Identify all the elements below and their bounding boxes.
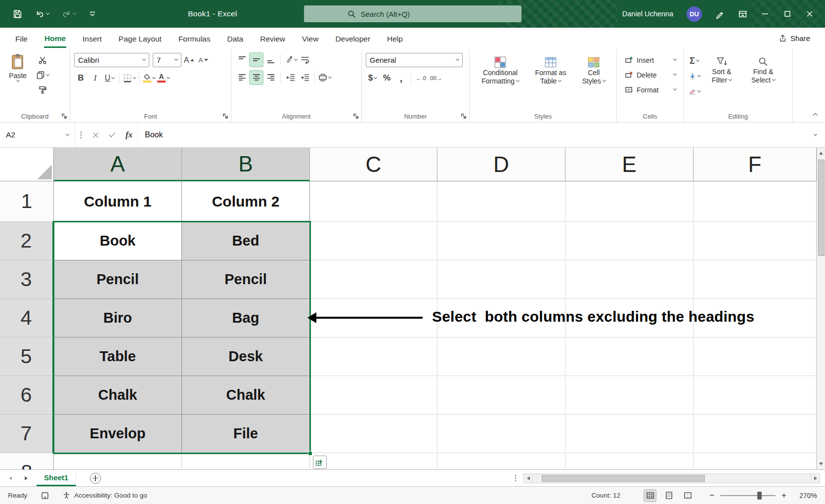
user-avatar[interactable]: DU — [687, 6, 702, 22]
insert-function-icon[interactable]: fx — [121, 126, 137, 143]
font-dialog-launcher-icon[interactable] — [222, 113, 228, 119]
sort-filter-button[interactable]: Sort & Filter — [701, 53, 742, 98]
row-header-8[interactable]: 8 — [0, 453, 54, 469]
accounting-format-icon[interactable]: $ — [366, 71, 379, 85]
tab-help[interactable]: Help — [379, 28, 411, 49]
tab-page-layout[interactable]: Page Layout — [110, 28, 170, 49]
cell-B5[interactable]: Desk — [182, 337, 310, 376]
number-dialog-launcher-icon[interactable] — [461, 113, 467, 119]
quick-analysis-button[interactable] — [313, 456, 327, 469]
align-bottom-icon[interactable] — [264, 53, 277, 67]
cut-icon[interactable] — [36, 53, 49, 67]
conditional-formatting-button[interactable]: Conditional Formatting — [481, 53, 519, 85]
row-header-2[interactable]: 2 — [0, 222, 54, 260]
user-name[interactable]: Daniel Uchenna — [622, 10, 673, 18]
cell-styles-button[interactable]: Cell Styles — [582, 53, 606, 85]
align-top-icon[interactable] — [235, 53, 249, 67]
cell-A1[interactable]: Column 1 — [54, 181, 182, 222]
formula-bar-drag-handle[interactable] — [80, 131, 82, 139]
column-header-B[interactable]: B — [182, 148, 310, 181]
cell-D8[interactable] — [437, 453, 565, 469]
merge-center-icon[interactable] — [318, 71, 331, 84]
tab-developer[interactable]: Developer — [327, 28, 379, 49]
vertical-scroll-thumb[interactable] — [818, 160, 825, 256]
undo-icon[interactable] — [35, 9, 49, 18]
page-layout-view-icon[interactable] — [663, 490, 675, 502]
row-header-3[interactable]: 3 — [0, 260, 54, 299]
redo-icon[interactable] — [62, 9, 76, 18]
cell-F3[interactable] — [694, 260, 817, 299]
paste-dropdown-icon[interactable] — [16, 79, 19, 82]
vertical-scrollbar[interactable] — [817, 148, 825, 469]
horizontal-scrollbar[interactable] — [523, 473, 820, 483]
scroll-down-icon[interactable] — [817, 459, 825, 469]
page-break-view-icon[interactable] — [682, 490, 694, 502]
cell-F8[interactable] — [694, 453, 817, 469]
row-header-6[interactable]: 6 — [0, 376, 54, 415]
fill-color-icon[interactable] — [142, 71, 156, 85]
cell-A5[interactable]: Table — [54, 337, 182, 376]
cell-E6[interactable] — [565, 376, 694, 415]
number-format-select[interactable]: General — [366, 53, 463, 67]
align-left-icon[interactable] — [235, 71, 249, 84]
increase-font-size-button[interactable]: A — [182, 53, 196, 67]
zoom-out-button[interactable]: − — [709, 491, 714, 501]
decrease-decimal-icon[interactable]: .00→ — [429, 71, 442, 85]
cell-B4[interactable]: Bag — [182, 299, 310, 337]
column-header-C[interactable]: C — [310, 148, 437, 181]
cell-F6[interactable] — [694, 376, 817, 415]
cell-A6[interactable]: Chalk — [54, 376, 182, 415]
align-right-icon[interactable] — [264, 71, 277, 84]
cell-D7[interactable] — [437, 415, 565, 453]
find-select-button[interactable]: Find & Select — [742, 53, 784, 98]
cell-C3[interactable] — [310, 260, 437, 299]
share-button[interactable]: Share — [774, 28, 825, 49]
cell-B7[interactable]: File — [182, 415, 310, 453]
cell-A3[interactable]: Pencil — [54, 260, 182, 299]
format-cells-button[interactable]: Format — [621, 83, 680, 96]
paste-button[interactable]: Paste — [4, 52, 32, 97]
horizontal-scroll-thumb[interactable] — [542, 475, 705, 482]
underline-button[interactable]: U — [103, 71, 116, 85]
search-box[interactable]: Search (Alt+Q) — [304, 5, 521, 22]
sheet-tab-sheet1[interactable]: Sheet1 — [37, 470, 76, 486]
scroll-left-icon[interactable] — [523, 473, 533, 483]
name-box[interactable]: A2 — [0, 123, 75, 147]
copy-dropdown-icon[interactable] — [45, 72, 49, 76]
cell-A8[interactable] — [54, 453, 182, 469]
tab-home[interactable]: Home — [36, 28, 74, 49]
formula-input[interactable]: Book — [137, 123, 805, 147]
cell-D2[interactable] — [437, 222, 565, 260]
cell-B2[interactable]: Bed — [182, 222, 310, 260]
normal-view-icon[interactable] — [644, 490, 656, 502]
undo-dropdown-icon[interactable] — [46, 11, 49, 14]
percent-style-icon[interactable]: % — [380, 71, 393, 85]
clipboard-dialog-launcher-icon[interactable] — [61, 113, 67, 119]
cell-D3[interactable] — [437, 260, 565, 299]
cell-E7[interactable] — [565, 415, 694, 453]
comma-style-icon[interactable]: , — [394, 71, 408, 85]
tab-insert[interactable]: Insert — [74, 28, 110, 49]
select-all-corner[interactable] — [0, 148, 54, 181]
sheet-nav-left-icon[interactable] — [9, 476, 12, 480]
cell-C6[interactable] — [310, 376, 437, 415]
bold-button[interactable]: B — [74, 71, 87, 85]
column-header-D[interactable]: D — [437, 148, 565, 181]
delete-cells-button[interactable]: Delete — [621, 68, 680, 82]
cell-C2[interactable] — [310, 222, 437, 260]
font-name-select[interactable]: Calibri — [74, 53, 149, 67]
cell-D5[interactable] — [437, 337, 565, 376]
orientation-icon[interactable]: ab — [284, 53, 297, 67]
format-as-table-button[interactable]: Format as Table — [535, 53, 566, 85]
cell-B3[interactable]: Pencil — [182, 260, 310, 299]
save-icon[interactable] — [13, 9, 22, 19]
cell-D6[interactable] — [437, 376, 565, 415]
enter-icon[interactable] — [104, 126, 121, 143]
cell-A7[interactable]: Envelop — [54, 415, 182, 453]
copy-icon[interactable] — [36, 68, 49, 82]
scroll-up-icon[interactable] — [817, 148, 825, 159]
add-sheet-button[interactable] — [90, 473, 101, 484]
align-center-icon[interactable] — [250, 71, 263, 84]
cell-E1[interactable] — [565, 181, 694, 222]
zoom-level[interactable]: 270% — [791, 492, 817, 500]
